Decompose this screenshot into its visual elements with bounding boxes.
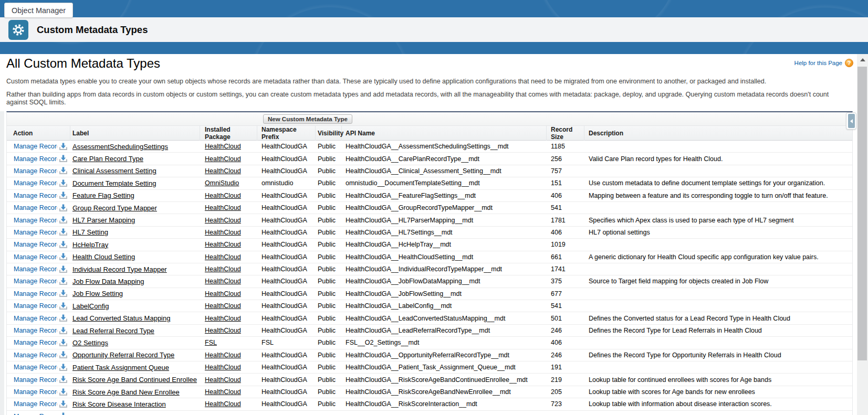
scrollbar-thumb[interactable] — [857, 67, 867, 360]
installed-package-link[interactable]: HealthCloud — [205, 241, 241, 248]
installed-package-link[interactable]: HealthCloud — [205, 400, 241, 408]
help-link[interactable]: Help for this Page — [794, 60, 842, 66]
metadata-type-label-link[interactable]: Individual Record Type Mapper — [72, 265, 167, 273]
manage-records-link[interactable]: Manage Records — [14, 327, 57, 334]
visibility-cell: Public — [316, 179, 342, 187]
manage-records-link[interactable]: Manage Records — [14, 388, 57, 396]
manage-records-link[interactable]: Manage Records — [14, 241, 57, 248]
manage-records-link[interactable]: Manage Records — [14, 217, 57, 224]
installed-package-link[interactable]: HealthCloud — [205, 217, 241, 224]
help-icon[interactable]: ? — [845, 59, 853, 67]
manage-records-link[interactable]: Manage Records — [14, 179, 57, 187]
sidebar-collapse-handle[interactable] — [846, 112, 856, 130]
installed-package-link[interactable]: HealthCloud — [205, 315, 241, 322]
manage-records-link[interactable]: Manage Records — [14, 339, 57, 346]
manage-records-link[interactable]: Manage Records — [14, 413, 57, 415]
package-download-icon — [57, 179, 70, 187]
manage-records-link[interactable]: Manage Records — [14, 364, 57, 371]
metadata-type-label-link[interactable]: Feature Flag Setting — [72, 191, 134, 199]
metadata-type-label-link[interactable]: Opportunity Referral Record Type — [72, 351, 174, 359]
manage-records-link[interactable]: Manage Records — [14, 278, 57, 285]
manage-records-link[interactable]: Manage Records — [14, 400, 57, 408]
table-row: Manage Records HL7 Setting HealthCloud H… — [7, 227, 852, 239]
table-row: Manage Records Risk Score Disease Intera… — [7, 398, 852, 410]
manage-records-link[interactable]: Manage Records — [14, 302, 57, 310]
api-name-cell: FSL__O2_Settings__mdt — [342, 339, 547, 346]
metadata-type-label-link[interactable]: Group Record Type Mapper — [72, 204, 157, 212]
manage-records-link[interactable]: Manage Records — [14, 352, 57, 359]
metadata-type-label-link[interactable]: Job Flow Data Mapping — [72, 278, 144, 285]
installed-package-link[interactable]: HealthCloud — [205, 290, 241, 297]
metadata-type-label-link[interactable]: HL7 Setting — [72, 228, 108, 236]
installed-package-link[interactable]: HealthCloud — [205, 376, 241, 384]
api-name-cell: omnistudio__DocumentTemplateSetting__mdt — [342, 179, 547, 187]
package-download-icon — [57, 314, 70, 322]
installed-package-link[interactable]: HealthCloud — [205, 352, 241, 359]
table-row: Manage Records Patient Task Assignment Q… — [7, 361, 852, 374]
manage-records-link[interactable]: Manage Records — [14, 253, 57, 261]
vertical-scrollbar[interactable] — [857, 54, 868, 415]
installed-package-link[interactable]: HealthCloud — [205, 278, 241, 285]
manage-records-link[interactable]: Manage Records — [14, 143, 57, 150]
metadata-type-label-link[interactable]: HcHelpTray — [72, 241, 108, 249]
manage-records-link[interactable]: Manage Records — [14, 204, 57, 211]
namespace-prefix-cell: HealthCloudGA — [257, 315, 316, 322]
metadata-type-label-link[interactable]: AssessmentSchedulingSettings — [72, 143, 168, 151]
api-name-cell: HealthCloudGA__LeadReferralRecordType__m… — [342, 327, 547, 334]
record-size-cell: 1741 — [547, 265, 584, 273]
record-size-cell: 406 — [547, 229, 584, 236]
metadata-type-label-link[interactable]: Job Flow Setting — [72, 290, 123, 297]
table-row: Manage Records Opportunity Referral Reco… — [7, 349, 852, 361]
record-size-cell: 1019 — [547, 241, 584, 248]
installed-package-link[interactable]: HealthCloud — [205, 364, 241, 371]
installed-package-link[interactable]: HealthCloud — [205, 229, 241, 236]
metadata-type-label-link[interactable]: Lead Converted Status Mapping — [72, 314, 170, 322]
object-manager-tab[interactable]: Object Manager — [4, 3, 73, 18]
visibility-cell: Public — [316, 229, 342, 236]
installed-package-link[interactable]: FSL — [205, 339, 217, 346]
namespace-prefix-cell: HealthCloudGA — [257, 352, 316, 359]
metadata-type-label-link[interactable]: Care Plan Record Type — [72, 155, 143, 163]
api-name-cell: HealthCloudGA__FeatureFlagSettings__mdt — [342, 192, 547, 199]
metadata-type-label-link[interactable]: Lead Referral Record Type — [72, 327, 154, 335]
installed-package-link[interactable]: HealthCloud — [205, 192, 241, 199]
installed-package-link[interactable]: HealthCloud — [205, 253, 241, 261]
installed-package-link[interactable]: HealthCloud — [205, 167, 241, 175]
gear-icon — [12, 23, 25, 37]
metadata-type-label-link[interactable]: O2 Settings — [72, 339, 108, 347]
metadata-type-label-link[interactable]: Risk Score Age Band New Enrollee — [72, 388, 180, 396]
metadata-type-label-link[interactable]: LabelConfig — [72, 302, 109, 310]
metadata-type-label-link[interactable]: Document Template Setting — [72, 179, 156, 187]
installed-package-link[interactable]: HealthCloud — [205, 143, 241, 150]
installed-package-link[interactable]: HealthCloud — [205, 388, 241, 396]
metadata-type-label-link[interactable]: Patient Task Assignment Queue — [72, 364, 169, 371]
installed-package-link[interactable]: HealthCloud — [205, 265, 241, 273]
metadata-type-label-link[interactable]: Risk Score Age Band Continued Enrollee — [72, 376, 197, 384]
visibility-cell: Public — [316, 327, 342, 334]
installed-package-link[interactable]: OmniStudio — [205, 179, 239, 187]
manage-records-link[interactable]: Manage Records — [14, 229, 57, 236]
manage-records-link[interactable]: Manage Records — [14, 167, 57, 175]
metadata-type-label-link[interactable]: HL7 Parser Mapping — [72, 216, 135, 224]
scrollbar-up-arrow[interactable] — [857, 54, 868, 65]
installed-package-link[interactable]: HealthCloud — [205, 302, 241, 310]
installed-package-link[interactable]: HealthCloud — [205, 204, 241, 211]
metadata-type-label-link[interactable]: Health Cloud Setting — [72, 253, 135, 261]
metadata-type-label-link[interactable]: Risk Score Disease Interaction — [72, 400, 166, 408]
table-row: Manage Records Lead Referral Record Type… — [7, 325, 852, 337]
table-row: Manage Records LabelConfig HealthCloud H… — [7, 300, 852, 312]
manage-records-link[interactable]: Manage Records — [14, 192, 57, 199]
new-custom-metadata-type-button[interactable]: New Custom Metadata Type — [263, 114, 352, 124]
manage-records-link[interactable]: Manage Records — [14, 315, 57, 322]
installed-package-link[interactable]: HealthCloud — [205, 327, 241, 334]
metadata-type-label-link[interactable]: Clinical Assessment Setting — [72, 167, 156, 175]
record-size-cell: 151 — [547, 179, 584, 187]
manage-records-link[interactable]: Manage Records — [14, 290, 57, 297]
installed-package-link[interactable]: HealthCloud — [205, 155, 241, 163]
api-name-cell: HealthCloudGA__IndividualRecordTypeMappe… — [342, 265, 547, 273]
manage-records-link[interactable]: Manage Records — [14, 376, 57, 384]
namespace-prefix-cell: HealthCloudGA — [257, 155, 316, 163]
manage-records-link[interactable]: Manage Records — [14, 265, 57, 273]
manage-records-link[interactable]: Manage Records — [14, 155, 57, 163]
package-download-icon — [57, 376, 70, 384]
